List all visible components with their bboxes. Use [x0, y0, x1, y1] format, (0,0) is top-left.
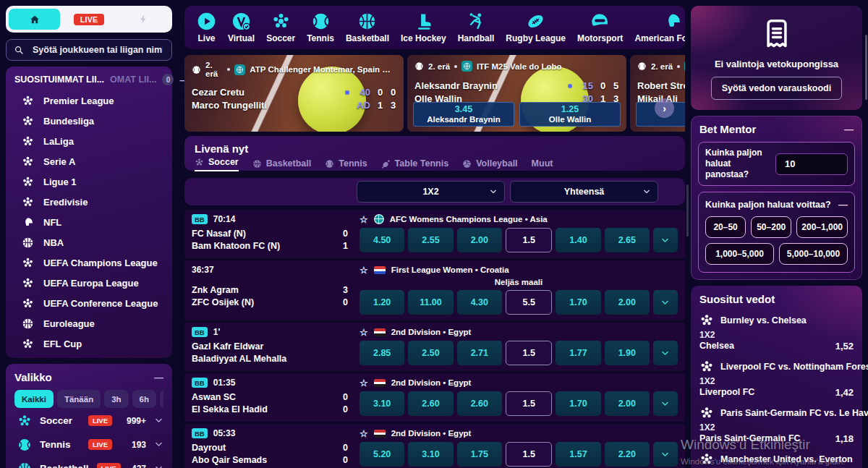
odds-button-away[interactable]: 4.30 — [457, 290, 502, 315]
favorite-star-icon[interactable]: ☆ — [359, 215, 368, 224]
nav-soccer[interactable]: Soccer — [264, 12, 297, 43]
total-line-button[interactable]: 1.5 — [506, 228, 552, 252]
nav-basketball[interactable]: Basketball — [344, 12, 391, 43]
sidebar-item-laliga[interactable]: LaLiga — [14, 131, 163, 151]
collapse-icon[interactable]: — — [838, 199, 848, 210]
tab-popular-leagues[interactable]: SUOSITUIMMAT LII... — [14, 75, 104, 85]
sidebar-item-serie-a[interactable]: Serie A — [14, 151, 163, 171]
nav-live[interactable]: Live — [195, 12, 218, 43]
collapse-icon[interactable]: — — [154, 372, 163, 383]
quick-tab[interactable] — [118, 9, 169, 30]
carousel-next-button[interactable]: › — [655, 98, 674, 118]
odds-button-away[interactable]: 1.75 — [457, 442, 502, 467]
search-box[interactable] — [6, 39, 172, 61]
odds-button-over[interactable]: 1.70 — [556, 290, 600, 315]
booking-code-button[interactable]: Syötä vedon varauskoodi — [711, 77, 842, 100]
tab-table-tennis[interactable]: Table Tennis — [381, 158, 449, 171]
sidebar-item-nfl[interactable]: NFL — [14, 212, 163, 232]
menu-sport-soccer[interactable]: Soccer LIVE 999+ — [14, 409, 163, 432]
tab-muut[interactable]: Muut — [532, 158, 553, 171]
odds-button-home[interactable]: 3.10 — [359, 391, 404, 416]
filter-3h[interactable]: 3h — [104, 390, 128, 408]
expand-markets-button[interactable] — [653, 391, 678, 416]
live-tab[interactable]: LIVE — [63, 9, 114, 30]
sidebar-item-uefa-champions-league[interactable]: UEFA Champions League — [14, 252, 163, 273]
nav-motorsport[interactable]: Motorsport — [575, 12, 625, 43]
odds-button-away[interactable]: 2.60 — [457, 391, 502, 416]
nav-handball[interactable]: Handball — [456, 12, 497, 43]
range-chip[interactable]: 20–50 — [705, 216, 746, 238]
odds-button-draw[interactable]: 2.50 — [408, 341, 453, 365]
sidebar-item-ligue-1[interactable]: Ligue 1 — [14, 171, 163, 192]
expand-markets-button[interactable] — [653, 228, 678, 252]
nav-virtual[interactable]: Virtual — [226, 12, 257, 43]
nav-rugby-league[interactable]: Rugby League — [503, 12, 568, 43]
chevron-down-icon[interactable] — [154, 464, 163, 468]
favorite-star-icon[interactable]: ☆ — [359, 328, 368, 337]
total-line-button[interactable]: 1.5 — [506, 341, 552, 365]
chevron-down-icon[interactable] — [154, 416, 163, 425]
total-line-button[interactable]: 1.5 — [506, 442, 552, 467]
sidebar-item-efl-cup[interactable]: EFL Cup — [14, 333, 163, 354]
sidebar-item-bundesliga[interactable]: Bundesliga — [14, 111, 163, 131]
match-teams[interactable]: Gazl Kafr EldwarBaladiyyat AL Mehalla — [192, 341, 359, 365]
odds-button-away[interactable]: 2.00 — [457, 228, 502, 252]
collapse-icon[interactable]: — — [844, 124, 854, 135]
menu-sport-tennis[interactable]: Tennis LIVE 193 — [14, 433, 163, 456]
live-match-card[interactable]: 2. erä ATP Challenger Montemar, Spain Me… — [184, 55, 404, 132]
expand-markets-button[interactable] — [653, 341, 678, 365]
favorite-star-icon[interactable]: ☆ — [359, 378, 368, 388]
content-scrollbar[interactable] — [686, 184, 689, 237]
sidebar-item-uefa-europa-league[interactable]: UEFA Europa League — [14, 273, 163, 293]
odds-button-draw[interactable]: 2.60 — [408, 391, 453, 416]
odds-button-home[interactable]: 1.20 — [359, 290, 404, 315]
range-chip[interactable]: 50–200 — [751, 216, 791, 238]
favorite-star-icon[interactable]: ☆ — [359, 265, 368, 275]
sidebar-item-nba[interactable]: NBA — [14, 232, 163, 252]
league-name[interactable]: First League Women • Croatia — [391, 265, 509, 274]
favorite-star-icon[interactable]: ☆ — [359, 429, 368, 438]
sidebar-item-eredivisie[interactable]: Eredivisie — [14, 192, 163, 212]
search-input[interactable] — [31, 44, 164, 56]
sidebar-item-premier-league[interactable]: Premier League — [14, 90, 163, 111]
live-match-card[interactable]: 2. erä ITF M25 Vale do Lobo Aleksandr Br… — [407, 55, 626, 132]
range-chip[interactable]: 5,000–10,000 — [779, 243, 848, 265]
home-tab[interactable] — [9, 9, 60, 30]
odds-button-over[interactable]: 1.40 — [556, 228, 600, 252]
tab-tennis[interactable]: Tennis — [325, 158, 367, 171]
filter-24h[interactable]: 24h — [160, 390, 163, 408]
popular-bet-item[interactable]: Burnley vs. Chelsea 1X2 Chelsea1,52 — [699, 313, 854, 352]
odds-button-under[interactable]: 2.20 — [605, 442, 650, 467]
match-teams[interactable]: Znk AgramZFC Osijek (N) 30 — [192, 278, 359, 315]
expand-markets-button[interactable] — [653, 442, 678, 467]
chevron-down-icon[interactable] — [154, 440, 163, 449]
odds-button-draw[interactable]: 2.55 — [408, 228, 453, 252]
odds-button-over[interactable]: 1.77 — [556, 341, 600, 365]
tab-basketball[interactable]: Basketball — [252, 158, 312, 171]
stake-input[interactable] — [775, 153, 848, 175]
nav-tennis[interactable]: Tennis — [305, 12, 336, 43]
match-teams[interactable]: Aswan SCEl Sekka El Hadid 00 — [192, 391, 359, 416]
odds-button-under[interactable]: 2.00 — [605, 391, 650, 416]
odds-button-draw[interactable]: 3.10 — [408, 442, 453, 467]
nav-ice-hockey[interactable]: Ice Hockey — [399, 12, 448, 43]
odds-button-under[interactable]: 1.90 — [605, 341, 650, 365]
page-scrollbar[interactable] — [865, 35, 867, 100]
range-chip[interactable]: 200–1,000 — [796, 216, 848, 238]
sidebar-item-euroleague[interactable]: Euroleague — [14, 313, 163, 333]
league-name[interactable]: 2nd Division • Egypt — [391, 328, 472, 336]
odds-button-over[interactable]: 1.70 — [556, 391, 600, 416]
menu-sport-basketball[interactable]: Basketball LIVE 427 — [14, 457, 163, 468]
market-select-1x2[interactable]: 1X2 — [357, 181, 505, 203]
market-select-total[interactable]: Yhteensä — [510, 181, 658, 203]
odds-button-home[interactable]: 2.85 — [359, 341, 404, 365]
nav-american-football[interactable]: American Football — [632, 12, 685, 43]
filter-6h[interactable]: 6h — [132, 390, 156, 408]
expand-markets-button[interactable] — [653, 290, 678, 315]
odds-button-home[interactable]: 4.50 — [359, 228, 404, 252]
match-teams[interactable]: DayroutAbo Qair Semads 00 — [192, 442, 359, 467]
tab-own-leagues[interactable]: OMAT LII... — [110, 75, 156, 85]
odds-button-over[interactable]: 1.57 — [556, 442, 600, 467]
tab-volleyball[interactable]: Volleyball — [462, 158, 517, 171]
odds-button-draw[interactable]: 11.00 — [408, 290, 453, 315]
